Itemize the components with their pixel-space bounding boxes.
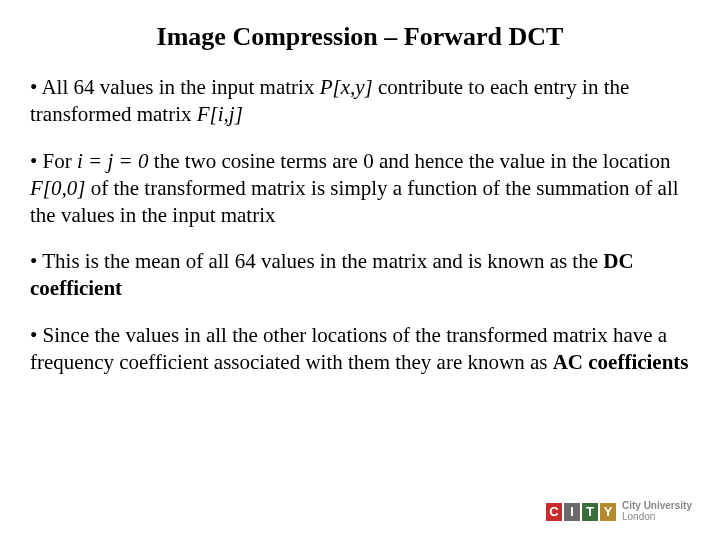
bullet-3-text-a: • This is the mean of all 64 values in t… [30,249,603,273]
bullet-2-text-b: the two cosine terms are 0 and hence the… [149,149,671,173]
bullet-1: • All 64 values in the input matrix P[x,… [30,74,690,128]
bullet-1-var-2: F[i,j] [197,102,243,126]
logo-letter-c: C [546,503,562,521]
university-name-line2: London [622,512,692,523]
bullet-1-var-1: P[x,y] [320,75,373,99]
bullet-2-text-c: of the transformed matrix is simply a fu… [30,176,679,227]
bullet-2: • For i = j = 0 the two cosine terms are… [30,148,690,229]
university-name: City University London [622,501,692,522]
slide-title: Image Compression – Forward DCT [30,22,690,52]
bullet-4-bold: AC coefficients [553,350,689,374]
logo-letter-t: T [582,503,598,521]
bullet-1-text-a: • All 64 values in the input matrix [30,75,320,99]
university-name-line1: City University [622,501,692,512]
logo-letter-y: Y [600,503,616,521]
bullet-4: • Since the values in all the other loca… [30,322,690,376]
footer-logo: C I T Y City University London [546,501,692,522]
bullet-3: • This is the mean of all 64 values in t… [30,248,690,302]
bullet-2-var-2: F[0,0] [30,176,85,200]
bullet-2-var-1: i = j = 0 [77,149,149,173]
city-logo-icon: C I T Y [546,503,616,521]
logo-letter-i: I [564,503,580,521]
bullet-2-text-a: • For [30,149,77,173]
